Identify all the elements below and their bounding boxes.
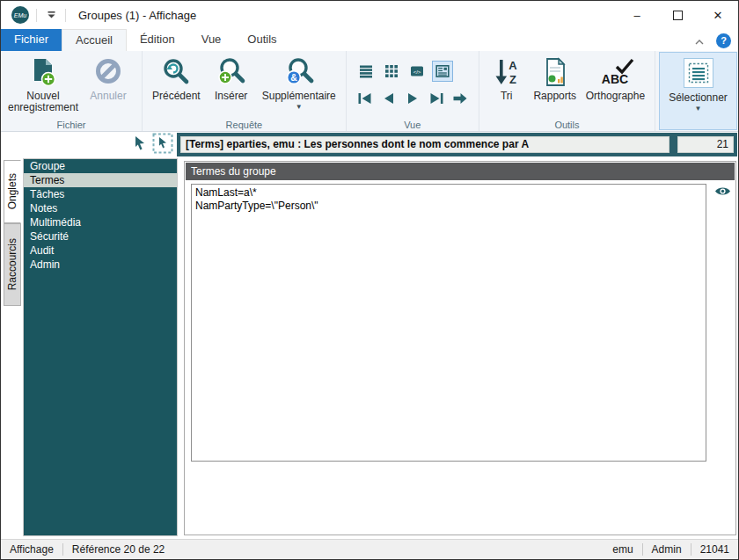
- sidebar-item-securite[interactable]: Sécurité: [24, 229, 177, 244]
- ribbon-group-outils: A Z Tri: [479, 51, 655, 131]
- group-label-fichier: Fichier: [1, 120, 142, 130]
- dropdown-arrow-icon: ▼: [695, 105, 702, 113]
- insert-query-button[interactable]: Insérer: [205, 54, 258, 104]
- group-bar: [Terms] eparties, emu : Les personnes do…: [177, 133, 737, 156]
- reports-icon: [541, 55, 569, 89]
- tab-accueil[interactable]: Accueil: [62, 29, 127, 51]
- sort-button[interactable]: A Z Tri: [485, 54, 529, 104]
- selection-tool-strip: [1, 132, 177, 156]
- code-view-button[interactable]: </>: [406, 61, 428, 82]
- titlebar: EMu Groupes (1) - Affichage – ✕: [1, 1, 738, 29]
- group-record-count: 21: [677, 136, 734, 153]
- reports-label: Rapports: [533, 91, 576, 102]
- group-label-outils: Outils: [479, 120, 655, 130]
- minimize-button[interactable]: –: [617, 1, 657, 29]
- insert-query-label: Insérer: [215, 91, 247, 102]
- main-panel: Termes du groupe NamLast=a\* NamPartyTyp…: [184, 161, 736, 535]
- pointer-tool-icon[interactable]: [133, 135, 147, 155]
- sidebar-item-audit[interactable]: Audit: [24, 244, 177, 258]
- titlebar-divider: [36, 9, 37, 22]
- previous-record-button[interactable]: [379, 91, 399, 106]
- spelling-button[interactable]: ABC Orthographe: [582, 54, 649, 104]
- svg-text:&: &: [290, 72, 297, 83]
- status-user: Admin: [643, 543, 691, 556]
- help-button[interactable]: ?: [716, 33, 731, 48]
- spelling-icon: ABC: [596, 55, 634, 89]
- goto-record-button[interactable]: [450, 91, 470, 106]
- sidebar-tab-raccourcis-label: Raccourcis: [6, 238, 18, 290]
- terms-panel-header: Termes du groupe: [186, 163, 735, 180]
- svg-text:A: A: [509, 59, 517, 72]
- svg-text:</>: </>: [413, 69, 421, 75]
- page-view-button[interactable]: [432, 61, 453, 82]
- cancel-icon: [94, 55, 122, 89]
- group-terms-textbox[interactable]: NamLast=a\* NamPartyType=\"Person\": [191, 184, 706, 462]
- tab-edition[interactable]: Édition: [127, 29, 188, 51]
- last-record-button[interactable]: [427, 91, 446, 106]
- status-bar: Affichage Référence 20 de 22 emu Admin 2…: [1, 539, 738, 559]
- ribbon: Nouvel enregistrement Annuler Fichier: [1, 51, 738, 132]
- grid-view-button[interactable]: [381, 61, 402, 82]
- sort-label: Tri: [501, 91, 513, 102]
- tab-vue[interactable]: Vue: [188, 29, 235, 51]
- titlebar-divider: [65, 9, 66, 22]
- group-label-vue: Vue: [347, 120, 479, 130]
- group-title: [Terms] eparties, emu : Les personnes do…: [180, 136, 669, 153]
- status-service: emu: [604, 543, 641, 556]
- group-label-requete: Requête: [143, 120, 346, 130]
- sidebar-tab-onglets-label: Onglets: [6, 173, 18, 209]
- sidebar-item-groupe[interactable]: Groupe: [24, 159, 177, 173]
- insert-query-icon: [216, 55, 246, 89]
- previous-query-button[interactable]: Précédent: [148, 54, 205, 104]
- previous-query-label: Précédent: [152, 91, 201, 102]
- sidebar-item-taches[interactable]: Tâches: [24, 187, 177, 201]
- select-records-tool-icon[interactable]: [152, 133, 173, 157]
- list-view-button[interactable]: [355, 61, 377, 82]
- ribbon-tab-bar: Fichier Accueil Édition Vue Outils ?: [1, 29, 738, 51]
- status-number: 21041: [691, 543, 738, 556]
- status-mode: Affichage: [1, 543, 62, 556]
- collapse-ribbon-icon[interactable]: [695, 33, 704, 48]
- additional-query-label: Supplémentaire: [262, 91, 336, 102]
- sidebar-item-termes[interactable]: Termes: [24, 173, 177, 187]
- next-record-button[interactable]: [403, 91, 422, 106]
- window-controls: – ✕: [617, 1, 738, 29]
- select-button[interactable]: Sélectionner ▼: [659, 52, 737, 130]
- sort-icon: A Z: [493, 55, 521, 89]
- new-record-button[interactable]: Nouvel enregistrement: [6, 54, 80, 115]
- sidebar-tab-onglets[interactable]: Onglets: [4, 160, 21, 223]
- previous-query-icon: [161, 55, 191, 89]
- select-icon: [684, 58, 713, 88]
- window-title: Groupes (1) - Affichage: [78, 9, 196, 22]
- maximize-icon: [673, 11, 683, 20]
- app-window: EMu Groupes (1) - Affichage – ✕ Fichier …: [0, 0, 739, 560]
- sidebar-item-multimedia[interactable]: Multimédia: [24, 215, 177, 229]
- ribbon-group-fichier: Nouvel enregistrement Annuler Fichier: [1, 51, 143, 131]
- sidebar-tab-raccourcis[interactable]: Raccourcis: [4, 223, 21, 306]
- quick-access-dropdown-icon[interactable]: [44, 8, 58, 22]
- sidebar-tab-list: Groupe Termes Tâches Notes Multimédia Sé…: [23, 158, 178, 536]
- sidebar-item-admin[interactable]: Admin: [24, 258, 177, 272]
- maximize-button[interactable]: [657, 1, 698, 29]
- tab-fichier[interactable]: Fichier: [1, 29, 62, 51]
- close-button[interactable]: ✕: [698, 1, 738, 29]
- sidebar-item-notes[interactable]: Notes: [24, 201, 177, 215]
- tab-outils[interactable]: Outils: [234, 29, 289, 51]
- cancel-label: Annuler: [90, 91, 126, 102]
- svg-text:Z: Z: [509, 73, 516, 86]
- additional-query-icon: &: [284, 55, 314, 89]
- emu-logo-icon: EMu: [11, 6, 29, 24]
- status-record-reference: Référence 20 de 22: [63, 543, 173, 556]
- first-record-button[interactable]: [355, 91, 375, 106]
- new-record-label: Nouvel enregistrement: [8, 91, 78, 113]
- eye-icon[interactable]: [714, 185, 731, 200]
- dropdown-arrow-icon: ▼: [296, 104, 303, 111]
- svg-text:ABC: ABC: [602, 72, 628, 86]
- ribbon-group-vue: </>: [347, 51, 479, 131]
- additional-query-button[interactable]: & Supplémentaire ▼: [258, 54, 340, 113]
- ribbon-group-requete: Précédent Insérer: [143, 51, 347, 131]
- spelling-label: Orthographe: [586, 91, 645, 102]
- cancel-button: Annuler: [80, 54, 136, 104]
- new-record-icon: [29, 55, 57, 89]
- reports-button[interactable]: Rapports: [529, 54, 582, 104]
